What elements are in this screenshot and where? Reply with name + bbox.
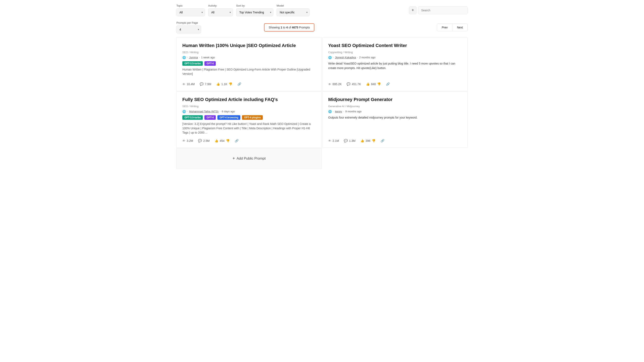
prompt-card-3[interactable]: Fully SEO Optimized Article including FA… [176,91,322,148]
author-link-4[interactable]: kenny [335,110,342,113]
add-button[interactable]: + [409,6,416,14]
tag-gpt4-plugins-3: GPT-4 plugins [242,115,263,120]
stat-likes-1: 👍 1.1K 👎 [216,82,232,86]
tags-row-1: GPT-3.5-turbo GPT-4 Human Written | Plag… [182,61,316,76]
showing-of: of [288,26,292,29]
stat-link-3: 🔗 [235,139,239,143]
add-public-card[interactable]: + Add Public Prompt [176,148,322,169]
prompt-category-4: Generative AI / Midjourney [328,105,462,108]
next-button[interactable]: Next [452,23,468,31]
model-select[interactable]: Not specific GPT-3.5-turbo GPT-4 [276,8,310,16]
tag-gpt4-1: GPT-4 [204,61,216,66]
tag-gpt35-1: GPT-3.5-turbo [182,61,203,66]
prompt-desc-4: Outputs four extremely detailed midjourn… [328,115,462,135]
prompt-author-row-4: 🌐 · kenny · 9 months ago [328,110,462,113]
stat-views-4: 👁 2.1M [328,139,339,142]
stat-likes-3: 👍 454 👎 [214,139,230,143]
comments-count-2: 451.7K [352,82,361,86]
topic-label: Topic [176,4,205,7]
stat-link-1: 🔗 [238,82,241,86]
prompt-card-1[interactable]: Human Written |100% Unique |SEO Optimize… [176,37,322,91]
prompt-card-4[interactable]: Midjourney Prompt Generator Generative A… [322,91,468,148]
prompt-author-row-1: 🌐 · Jumma · 1 week ago [182,56,316,59]
model-label: Model [276,4,310,7]
stat-comments-4: 💬 1.3M [344,139,356,143]
comments-count-3: 2.5M [203,139,210,142]
likes-count-2: 840 [371,82,376,86]
prev-button[interactable]: Prev [437,23,452,31]
stats-row-1: 👁 10.4M 💬 7.9M 👍 1.1K 👎 🔗 [182,80,316,86]
filter-bar: Topic All SEO Writing Generative AI ▾ Ac… [176,4,468,16]
stat-likes-2: 👍 840 👎 [366,82,381,86]
dot2-2: · [357,56,358,59]
dot-3: · [187,110,188,113]
stat-link-2: 🔗 [386,82,390,86]
prompt-category-2: Copywriting / Writing [328,51,462,54]
stat-comments-2: 💬 451.7K [346,82,361,86]
sortby-label: Sort by [236,4,273,7]
likes-count-1: 1.1K [221,82,227,86]
dot2-4: · [343,110,344,113]
stat-link-4: 🔗 [380,139,384,143]
dot2-1: · [199,56,200,59]
thumb-icon-2: 👍 [366,82,370,86]
globe-icon-2: 🌐 [328,56,332,59]
thumb-icon-1: 👍 [216,82,220,86]
views-count-1: 10.4M [187,82,195,86]
thumb-down-icon-2: 👎 [377,82,381,86]
page-wrapper: Topic All SEO Writing Generative AI ▾ Ac… [172,0,472,173]
comments-count-1: 7.9M [205,82,211,86]
prompt-desc-3: [Version: 3.2] Enjoyed the prompt? Hit L… [182,122,316,135]
prompt-title-1: Human Written |100% Unique |SEO Optimize… [182,43,316,49]
views-count-3: 3.2M [187,139,193,142]
activity-select-wrapper: All Recent Popular ▾ [208,8,233,16]
prompt-card-2[interactable]: Yoast SEO Optimized Content Writer Copyw… [322,37,468,91]
time-ago-1: 1 week ago [201,56,215,59]
per-page-select[interactable]: 4 8 12 24 [176,25,201,33]
add-public-label: Add Public Prompt [236,156,266,161]
per-page-select-wrapper: 4 8 12 24 ▾ [176,25,201,33]
stat-views-2: 👁 695.2K [328,82,342,86]
activity-select[interactable]: All Recent Popular [208,8,233,16]
showing-count: 4675 [292,26,298,29]
author-link-3[interactable]: Muhammad Talha (MTS) [189,110,219,113]
eye-icon-2: 👁 [328,82,331,86]
eye-icon-3: 👁 [182,139,186,142]
prompt-author-row-2: 🌐 · Jignesh Kakadiya · 2 months ago [328,56,462,59]
topic-select-wrapper: All SEO Writing Generative AI ▾ [176,8,205,16]
sortby-select[interactable]: Top Votes Trending Newest Most Views [236,8,273,16]
search-group: + [409,6,468,14]
comment-icon-1: 💬 [200,82,204,86]
eye-icon-4: 👁 [328,139,331,142]
add-public-plus: + [232,156,235,161]
dot-1: · [187,56,188,59]
model-select-wrapper: Not specific GPT-3.5-turbo GPT-4 ▾ [276,8,310,16]
prompt-title-4: Midjourney Prompt Generator [328,97,462,103]
comments-count-4: 1.3M [349,139,356,142]
author-link-2[interactable]: Jignesh Kakadiya [335,56,356,59]
likes-count-4: 396 [366,139,370,142]
thumb-down-icon-3: 👎 [226,139,230,143]
globe-icon-4: 🌐 [328,110,332,113]
tag-gpt4-browsing-3: GPT-4 browsing [218,115,240,120]
dot-4: · [333,110,334,113]
prompt-title-3: Fully SEO Optimized Article including FA… [182,97,316,103]
eye-icon-1: 👁 [182,82,186,86]
stat-views-1: 👁 10.4M [182,82,195,86]
author-link-1[interactable]: Jumma [189,56,198,59]
link-icon-3: 🔗 [235,139,239,143]
prompt-grid: Human Written |100% Unique |SEO Optimize… [176,37,468,169]
sortby-select-wrapper: Top Votes Trending Newest Most Views ▾ [236,8,273,16]
comment-icon-3: 💬 [198,139,202,143]
thumb-down-icon-4: 👎 [372,139,376,143]
prompt-desc-2: Write detail YoastSEO optimized article … [328,61,462,78]
search-input[interactable] [418,6,468,14]
dot-2: · [333,56,334,59]
sortby-filter-group: Sort by Top Votes Trending Newest Most V… [236,4,273,16]
stats-row-2: 👁 695.2K 💬 451.7K 👍 840 👎 🔗 [328,80,462,86]
stats-row-4: 👁 2.1M 💬 1.3M 👍 396 👎 🔗 [328,137,462,143]
thumb-down-icon-1: 👎 [228,82,232,86]
topic-select[interactable]: All SEO Writing Generative AI [176,8,205,16]
time-ago-3: 6 days ago [222,110,235,113]
globe-icon-1: 🌐 [182,56,186,59]
